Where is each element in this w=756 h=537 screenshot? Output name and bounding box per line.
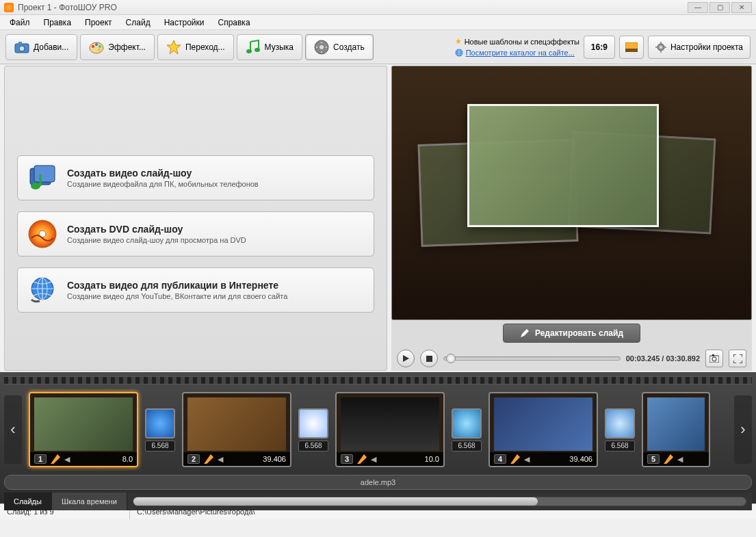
aspect-ratio-label: 16:9: [591, 42, 608, 52]
tab-create-label: Создать: [333, 42, 365, 52]
timeline-prev-button[interactable]: ‹: [4, 395, 22, 464]
dvd-icon: [27, 219, 57, 249]
export-icon: [314, 40, 329, 55]
create-video-option[interactable]: Создать видео слайд-шоу Создание видеофа…: [17, 155, 374, 200]
timeline-area: ‹ 1 ◀ 8.0 6.568 2 ◀ 39.406: [0, 372, 756, 503]
dropdown-icon[interactable]: ◀: [677, 455, 683, 464]
transition-thumb[interactable]: [298, 408, 328, 438]
slide-thumb-3[interactable]: 3 ◀ 10.0: [335, 392, 445, 467]
gear-icon: [655, 42, 666, 53]
minimize-button[interactable]: —: [688, 2, 708, 13]
edit-icon[interactable]: [204, 454, 213, 464]
create-web-desc: Создание видео для YouTube, ВКонтакте ил…: [67, 292, 287, 300]
slide-thumb-1[interactable]: 1 ◀ 8.0: [29, 392, 138, 467]
slide-thumb-5[interactable]: 5 ◀: [642, 392, 710, 467]
stop-button[interactable]: [420, 350, 438, 367]
progress-bar[interactable]: [443, 356, 621, 361]
create-dvd-option[interactable]: Создать DVD слайд-шоу Создание видео сла…: [17, 211, 374, 257]
transition-thumb[interactable]: [145, 408, 175, 438]
menu-edit[interactable]: Правка: [37, 16, 79, 29]
slide-thumb-4[interactable]: 4 ◀ 39.406: [488, 392, 598, 467]
edit-slide-label: Редактировать слайд: [535, 328, 623, 338]
edit-slide-button[interactable]: Редактировать слайд: [503, 324, 640, 343]
tab-music[interactable]: Музыка: [237, 34, 302, 60]
slide-image: [187, 397, 286, 451]
catalog-link[interactable]: Посмотрите каталог на сайте...: [466, 49, 575, 57]
tab-create[interactable]: Создать: [305, 34, 374, 60]
audio-track-label: adele.mp3: [361, 478, 395, 486]
timeline-next-button[interactable]: ›: [734, 395, 752, 464]
edit-icon[interactable]: [51, 454, 60, 464]
create-dvd-desc: Создание видео слайд-шоу для просмотра н…: [67, 236, 246, 244]
slide-thumb-2[interactable]: 2 ◀ 39.406: [182, 392, 291, 467]
svg-rect-27: [34, 166, 55, 182]
create-web-option[interactable]: Создать видео для публикации в Интернете…: [17, 267, 374, 313]
edit-icon[interactable]: [357, 454, 367, 464]
slide-number: 5: [647, 454, 660, 464]
display-icon: [625, 42, 638, 52]
timecode: 00:03.245 / 03:30.892: [626, 354, 700, 363]
svg-rect-37: [712, 354, 714, 356]
slide-duration: 39.406: [263, 455, 286, 463]
toolbar: Добави... Эффект... Переход... Музыка Со…: [0, 30, 756, 64]
progress-handle[interactable]: [446, 354, 456, 363]
svg-rect-2: [18, 42, 22, 44]
svg-point-28: [31, 183, 40, 189]
svg-rect-34: [426, 356, 432, 362]
scrollbar-handle[interactable]: [133, 497, 538, 506]
palette-icon: [89, 40, 104, 55]
fullscreen-button[interactable]: [729, 350, 746, 367]
menu-file[interactable]: Файл: [3, 16, 37, 29]
svg-point-10: [255, 48, 260, 52]
menu-help[interactable]: Справка: [211, 16, 257, 29]
dropdown-icon[interactable]: ◀: [371, 455, 376, 464]
menu-settings[interactable]: Настройки: [157, 16, 211, 29]
svg-point-5: [95, 43, 98, 46]
play-button[interactable]: [397, 350, 415, 367]
display-mode-button[interactable]: [619, 36, 644, 59]
dropdown-icon[interactable]: ◀: [524, 455, 530, 464]
svg-point-13: [321, 41, 322, 42]
transition-thumb[interactable]: [452, 408, 482, 438]
maximize-button[interactable]: ▢: [709, 2, 730, 13]
transition-4: 6.568: [605, 408, 635, 451]
view-tab-timeline[interactable]: Шкала времени: [52, 493, 127, 510]
transition-2: 6.568: [298, 408, 328, 451]
transition-thumb[interactable]: [605, 408, 635, 438]
create-video-desc: Создание видеофайла для ПК, мобильных те…: [67, 180, 259, 188]
dropdown-icon[interactable]: ◀: [64, 455, 70, 464]
view-tab-slides[interactable]: Слайды: [4, 493, 52, 510]
svg-point-12: [320, 45, 324, 49]
dropdown-icon[interactable]: ◀: [218, 455, 223, 464]
svg-marker-33: [403, 355, 409, 362]
window-title: Проект 1 - ФотоШОУ PRO: [18, 3, 117, 12]
transition-duration[interactable]: 6.568: [605, 441, 635, 451]
aspect-ratio-button[interactable]: 16:9: [584, 36, 615, 59]
svg-marker-8: [167, 40, 181, 54]
pencil-icon: [520, 328, 530, 338]
notice-box: ★ Новые шаблоны и спецэффекты Посмотрите…: [455, 36, 579, 58]
tab-transitions[interactable]: Переход...: [157, 34, 234, 60]
edit-icon[interactable]: [510, 454, 520, 464]
timeline-scrollbar[interactable]: [133, 497, 746, 506]
svg-rect-19: [625, 49, 638, 52]
audio-track[interactable]: adele.mp3: [4, 475, 752, 490]
tab-add[interactable]: Добави...: [5, 34, 77, 60]
transition-duration[interactable]: 6.568: [452, 441, 482, 451]
transition-3: 6.568: [452, 408, 482, 451]
transition-duration[interactable]: 6.568: [298, 441, 328, 451]
close-button[interactable]: ✕: [731, 2, 752, 13]
menu-project[interactable]: Проект: [78, 16, 119, 29]
video-icon: [27, 163, 57, 193]
star-icon: [166, 40, 181, 55]
tab-add-label: Добави...: [34, 42, 68, 52]
svg-point-7: [98, 49, 101, 51]
project-settings-button[interactable]: Настройки проекта: [648, 36, 751, 59]
slide-duration: 39.406: [569, 455, 592, 463]
menu-slide[interactable]: Слайд: [119, 16, 157, 29]
edit-icon[interactable]: [664, 454, 673, 464]
svg-point-15: [321, 51, 322, 52]
tab-effects[interactable]: Эффект...: [80, 34, 155, 60]
transition-duration[interactable]: 6.568: [145, 441, 175, 451]
snapshot-button[interactable]: [705, 350, 723, 367]
